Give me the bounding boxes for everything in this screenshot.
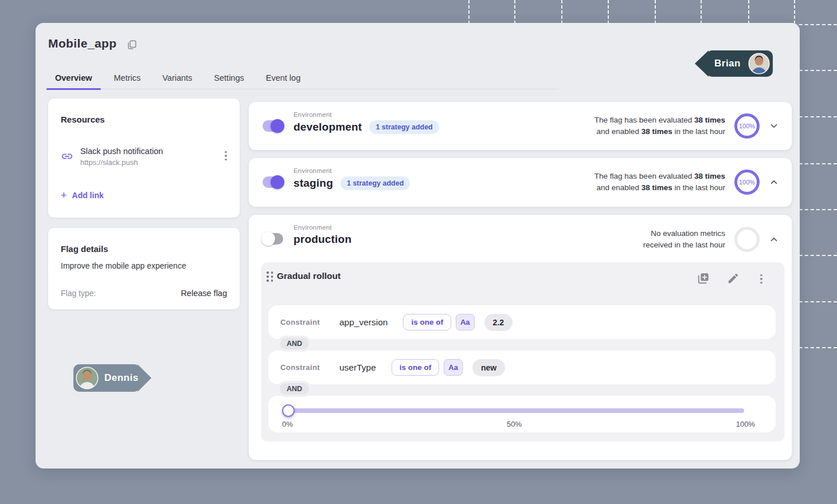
collaborator-badge-dennis: Dennis (73, 364, 151, 392)
strategy-actions (697, 270, 766, 287)
environment-header: Environment development 1 strategy added… (249, 102, 792, 150)
evaluation-metrics-text: The flag has been evaluated 38 times and… (594, 115, 725, 137)
tab-overview[interactable]: Overview (46, 66, 101, 89)
grid-line (608, 0, 609, 24)
plus-icon: + (61, 190, 67, 200)
flag-description: Improve the mobile app experience (61, 261, 186, 270)
collaborator-name: Dennis (104, 372, 139, 384)
avatar (748, 53, 770, 74)
environment-card-development: Environment development 1 strategy added… (249, 102, 792, 150)
tab-variants[interactable]: Variants (154, 66, 201, 89)
environment-header: Environment staging 1 strategy added The… (249, 158, 792, 206)
environment-text: Environment development 1 strategy added (294, 111, 439, 134)
resources-title: Resources (61, 115, 105, 124)
evaluation-percentage-ring: 100% (734, 170, 760, 195)
grid-line (748, 0, 749, 24)
flag-type-label: Flag type: (61, 289, 96, 298)
constraint-row-app-version: Constraint app_version is one of Aa 2.2 (268, 305, 776, 339)
grid-line (655, 0, 656, 24)
case-sensitivity-chip[interactable]: Aa (456, 314, 475, 330)
grid-line (561, 0, 562, 24)
environment-header: Environment production No evaluation met… (249, 215, 792, 263)
tab-bar: Overview Metrics Variants Settings Event… (46, 66, 559, 89)
app-window: Mobile_app Overview Metrics Variants Set… (36, 23, 800, 468)
constraint-label: Constraint (280, 318, 322, 326)
environment-label: Environment (294, 224, 351, 231)
copy-name-icon[interactable] (127, 40, 137, 50)
page-background: Mobile_app Overview Metrics Variants Set… (0, 0, 837, 504)
environment-name: development (294, 121, 362, 133)
environment-card-production: Environment production No evaluation met… (249, 215, 792, 460)
flag-type-value: Release flag (181, 289, 227, 298)
tab-settings[interactable]: Settings (205, 66, 252, 89)
resources-card: Resources Slack push notification https:… (48, 99, 240, 218)
strategy-count-badge: 1 strategy added (369, 120, 439, 134)
strategy-count-badge: 1 strategy added (341, 176, 410, 190)
constraint-operator-chip[interactable]: is one of (392, 359, 440, 376)
add-link-button[interactable]: + Add link (61, 190, 104, 200)
duplicate-strategy-icon[interactable] (697, 272, 710, 285)
strategy-title: Gradual rollout (277, 271, 341, 281)
environment-card-staging: Environment staging 1 strategy added The… (249, 158, 792, 207)
flag-type-row: Flag type: Release flag (61, 289, 227, 298)
grid-line (794, 0, 795, 24)
grid-line (514, 0, 515, 24)
constraint-value-pill: 2.2 (484, 314, 513, 331)
evaluation-metrics-text: The flag has been evaluated 38 times and… (594, 171, 725, 193)
evaluation-percentage-ring (734, 227, 760, 252)
constraint-field: userType (339, 363, 376, 373)
grid-line (468, 0, 470, 24)
evaluation-metrics-text: No evaluation metrics received in the la… (643, 228, 725, 250)
badge-pointer (138, 364, 151, 392)
avatar (76, 367, 99, 389)
environment-label: Environment (294, 111, 439, 118)
add-link-label: Add link (72, 191, 104, 200)
resource-link-url: https://slack.push (80, 158, 221, 167)
flag-details-card: Flag details Improve the mobile app expe… (48, 228, 240, 309)
flag-details-title: Flag details (61, 244, 108, 254)
strategy-kebab-menu-icon[interactable] (757, 271, 766, 287)
development-toggle[interactable] (263, 120, 283, 132)
chevron-up-icon[interactable] (769, 177, 779, 187)
slider-tick-label: 0% (282, 420, 293, 428)
resource-link-label: Slack push notification (80, 147, 221, 156)
resource-link-texts: Slack push notification https://slack.pu… (80, 147, 221, 167)
slider-tick-label: 100% (736, 420, 755, 428)
environment-text: Environment staging 1 strategy added (294, 167, 410, 190)
drag-handle-icon[interactable] (267, 271, 273, 282)
environment-text: Environment production (294, 224, 351, 246)
evaluation-percentage: 100% (739, 123, 755, 129)
edit-strategy-icon[interactable] (727, 272, 740, 285)
rollout-slider-handle[interactable] (282, 404, 295, 417)
staging-toggle[interactable] (263, 176, 283, 188)
grid-line (701, 0, 702, 24)
and-connector: AND (277, 336, 311, 352)
constraint-row-user-type: Constraint userType is one of Aa new (268, 351, 776, 384)
rollout-slider-row: 0% 50% 100% (268, 396, 776, 432)
environment-name: production (294, 233, 351, 246)
tab-event-log[interactable]: Event log (257, 66, 309, 89)
constraint-field: app_version (339, 317, 388, 328)
constraint-value-pill: new (472, 359, 505, 376)
link-icon (61, 150, 73, 163)
tab-metrics[interactable]: Metrics (105, 66, 150, 89)
case-sensitivity-chip[interactable]: Aa (444, 359, 463, 376)
page-title: Mobile_app (48, 37, 117, 50)
strategy-panel: Gradual rollout (261, 262, 784, 441)
chevron-up-icon[interactable] (769, 234, 779, 245)
collaborator-name: Brian (714, 58, 741, 69)
resource-link-row[interactable]: Slack push notification https://slack.pu… (61, 147, 230, 167)
rollout-slider-track[interactable] (284, 408, 744, 413)
collaborator-badge-brian: Brian (695, 50, 785, 77)
slider-tick-label: 50% (507, 420, 522, 428)
constraint-label: Constraint (280, 363, 322, 372)
chevron-down-icon[interactable] (769, 121, 779, 131)
evaluation-percentage: 100% (739, 179, 755, 186)
environment-label: Environment (294, 167, 410, 174)
evaluation-percentage-ring: 100% (734, 113, 760, 139)
constraint-operator-chip[interactable]: is one of (403, 314, 451, 330)
and-connector: AND (277, 381, 311, 397)
resource-kebab-menu-icon[interactable] (221, 148, 230, 164)
production-toggle[interactable] (263, 233, 283, 245)
environment-name: staging (294, 177, 333, 190)
